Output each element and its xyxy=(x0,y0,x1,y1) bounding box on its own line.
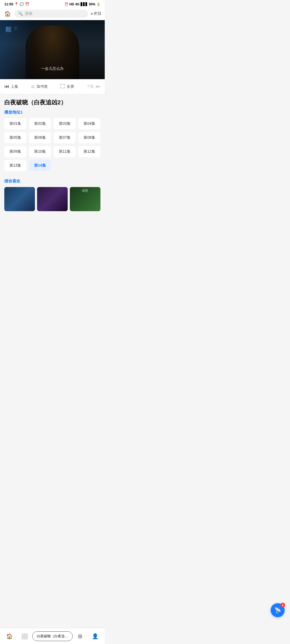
next-label: 下集 xyxy=(86,84,94,89)
status-left: 11:55 📍 💬 ⏰ xyxy=(4,2,29,6)
controls-bar: ⏮ 上集 ☆ 加书签 ⛶ 全屏 下集 ⏭ xyxy=(0,79,105,94)
episode-07[interactable]: 第07集 xyxy=(54,132,76,143)
bookmark-button[interactable]: ☆ 加书签 xyxy=(31,84,48,90)
recommend-grid: 眠慧 xyxy=(4,187,100,211)
title-section: 白夜破晓（白夜追凶2） xyxy=(0,94,105,109)
episode-04[interactable]: 第04集 xyxy=(78,118,100,129)
home-button[interactable]: 🏠 xyxy=(3,9,12,18)
location-icon: 📍 xyxy=(14,2,19,6)
battery-level: 50% xyxy=(89,2,95,6)
episode-10[interactable]: 第10集 xyxy=(29,146,51,157)
next-episode-button[interactable]: 下集 ⏭ xyxy=(86,84,100,89)
message-icon: 💬 xyxy=(20,2,24,6)
play-address-label: 播放地址1 xyxy=(4,110,100,115)
status-right: ⏰ HD 4G ▋▋▋ 50% 🔋 xyxy=(64,2,100,6)
notification-badge: ⏰ xyxy=(25,2,29,6)
video-background: 能 加 一会儿怎么办 xyxy=(0,20,105,79)
bookmark-icon: ☆ xyxy=(31,84,35,90)
recommend-card-2[interactable] xyxy=(37,187,68,211)
episode-11[interactable]: 第11集 xyxy=(54,146,76,157)
show-title: 白夜破晓（白夜追凶2） xyxy=(4,98,100,107)
episode-08[interactable]: 第08集 xyxy=(78,132,100,143)
status-bar: 11:55 📍 💬 ⏰ ⏰ HD 4G ▋▋▋ 50% 🔋 xyxy=(0,0,105,7)
episode-06[interactable]: 第06集 xyxy=(29,132,51,143)
fullscreen-icon: ⛶ xyxy=(60,84,65,89)
menu-label: 栏目 xyxy=(94,11,102,16)
menu-icon: ≡ xyxy=(91,12,93,16)
recommend-section: 猜你喜欢 眠慧 xyxy=(0,175,105,211)
episode-13[interactable]: 第13集 xyxy=(4,160,26,171)
episode-01[interactable]: 第01集 xyxy=(4,118,26,129)
episode-12[interactable]: 第12集 xyxy=(78,146,100,157)
episode-05[interactable]: 第05集 xyxy=(4,132,26,143)
fullscreen-button[interactable]: ⛶ 全屏 xyxy=(60,84,74,89)
recommend-card-1[interactable] xyxy=(4,187,35,211)
prev-icon: ⏮ xyxy=(4,84,9,89)
episode-grid: 第01集 第02集 第03集 第04集 第05集 第06集 第07集 第08集 … xyxy=(4,118,100,171)
hd-badge: HD xyxy=(70,2,74,6)
next-icon: ⏭ xyxy=(96,84,100,89)
video-subtitle: 一会儿怎么办 xyxy=(41,66,64,71)
search-icon: 🔍 xyxy=(18,12,23,16)
episode-02[interactable]: 第02集 xyxy=(29,118,51,129)
prev-label: 上集 xyxy=(11,84,18,89)
recommend-label: 猜你喜欢 xyxy=(4,179,100,184)
menu-button[interactable]: ≡ 栏目 xyxy=(91,11,102,16)
search-placeholder: 搜索 xyxy=(25,11,32,16)
search-bar[interactable]: 🔍 搜索 xyxy=(15,10,88,18)
signal-bars: ▋▋▋ xyxy=(81,2,88,6)
fullscreen-label: 全屏 xyxy=(67,84,74,89)
episode-section: 播放地址1 第01集 第02集 第03集 第04集 第05集 第06集 第07集… xyxy=(0,110,105,175)
episode-03[interactable]: 第03集 xyxy=(54,118,76,129)
recommend-card-3[interactable]: 眠慧 xyxy=(70,187,100,211)
signal-4g: 4G xyxy=(75,2,79,6)
home-icon: 🏠 xyxy=(4,10,11,17)
battery-icon: 🔋 xyxy=(96,2,100,6)
alarm-icon: ⏰ xyxy=(64,2,68,6)
bookmark-label: 加书签 xyxy=(37,84,48,89)
prev-episode-button[interactable]: ⏮ 上集 xyxy=(4,84,18,89)
episode-14[interactable]: 第14集 xyxy=(29,160,51,171)
top-nav: 🏠 🔍 搜索 ≡ 栏目 xyxy=(0,7,105,20)
video-player[interactable]: 能 加 一会儿怎么办 xyxy=(0,20,105,79)
time-display: 11:55 xyxy=(4,2,13,6)
episode-09[interactable]: 第09集 xyxy=(4,146,26,157)
